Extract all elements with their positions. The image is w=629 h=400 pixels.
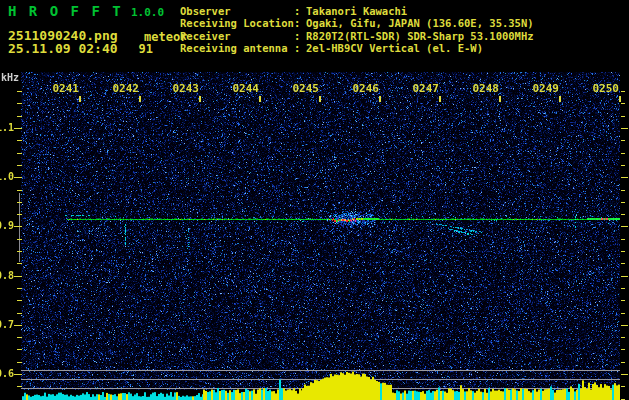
x-axis-label: 0250 — [593, 82, 620, 95]
info-label: Receiving antenna — [180, 42, 294, 54]
y-axis-label: 0.8 — [0, 270, 14, 281]
y-axis-label: 0.9 — [0, 220, 14, 231]
x-axis-label: 0244 — [233, 82, 260, 95]
start-datetime: 25.11.09 02:40 — [8, 41, 118, 56]
app-title: H R O F F T — [8, 3, 123, 19]
x-axis-label: 0248 — [473, 82, 500, 95]
info-label: Receiver — [180, 30, 294, 42]
hrofft-window: H R O F F T 1.0.0 2511090240.png meteor … — [0, 0, 629, 400]
info-row-receiver: Receiver : R820T2(RTL-SDR) SDR-Sharp 53.… — [180, 30, 534, 42]
x-axis-label: 0242 — [113, 82, 140, 95]
x-axis-label: 0245 — [293, 82, 320, 95]
x-axis-label: 0247 — [413, 82, 440, 95]
info-row-observer: Observer : Takanori Kawachi — [180, 5, 534, 17]
y-axis-label: 0.7 — [0, 319, 14, 330]
y-axis-label: 1.1 — [0, 122, 14, 133]
x-axis-label: 0243 — [173, 82, 200, 95]
app-version: 1.0.0 — [131, 6, 164, 19]
info-separator: : — [294, 17, 306, 29]
x-axis-label: 0246 — [353, 82, 380, 95]
observation-info: Observer : Takanori Kawachi Receiving Lo… — [180, 5, 534, 54]
x-axis-label: 0241 — [53, 82, 80, 95]
info-separator: : — [294, 42, 306, 54]
info-separator: : — [294, 5, 306, 17]
info-separator: : — [294, 30, 306, 42]
header-bar: H R O F F T 1.0.0 2511090240.png meteor … — [0, 0, 629, 72]
info-label: Receiving Location — [180, 17, 294, 29]
info-label: Observer — [180, 5, 294, 17]
y-axis-unit-label: kHz — [1, 72, 19, 83]
echo-count: 91 — [135, 42, 153, 56]
info-value: Ogaki, Gifu, JAPAN (136.60E, 35.35N) — [306, 17, 534, 29]
info-value: R820T2(RTL-SDR) SDR-Sharp 53.1000MHz — [306, 30, 534, 42]
y-axis-label: 1.0 — [0, 171, 14, 182]
info-value: Takanori Kawachi — [306, 5, 407, 17]
info-row-antenna: Receiving antenna : 2el-HB9CV Vertical (… — [180, 42, 534, 54]
y-axis-label: 0.6 — [0, 368, 14, 379]
x-axis-label: 0249 — [533, 82, 560, 95]
info-row-location: Receiving Location : Ogaki, Gifu, JAPAN … — [180, 17, 534, 29]
info-value: 2el-HB9CV Vertical (el. E-W) — [306, 42, 483, 54]
